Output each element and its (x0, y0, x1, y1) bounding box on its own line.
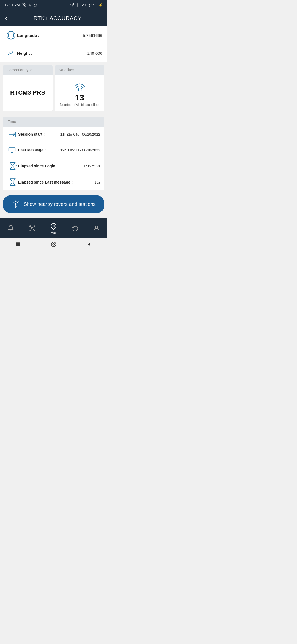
elapsed-last-value: 16s (94, 180, 100, 184)
time-section-header: Time (3, 117, 105, 127)
send-icon (70, 3, 74, 7)
last-message-row: Last Message : 12h50m41s - 06/10/2022 (3, 142, 105, 158)
location-icon: ⊕ (29, 3, 32, 7)
elapsed-last-label-wrap: Elapsed since Last message : (18, 180, 94, 185)
page-title: RTK+ ACCURACY (13, 15, 102, 21)
height-icon (5, 49, 17, 58)
satellite-signal-icon (73, 79, 87, 91)
app-header: ‹ RTK+ ACCURACY (0, 10, 107, 26)
status-bar-right: 91 ⚡ (70, 3, 103, 7)
svg-point-20 (15, 204, 16, 205)
nav-item-profile[interactable] (86, 225, 107, 232)
svg-point-35 (95, 226, 98, 228)
charging-icon: ⚡ (98, 3, 103, 7)
session-start-value: 11h31m04s - 06/10/2022 (60, 132, 100, 137)
svg-rect-11 (78, 89, 81, 91)
last-message-value: 12h50m41s - 06/10/2022 (60, 148, 100, 152)
satellite-label: Number of visible satellites (60, 103, 99, 107)
satellites-header: Satellites (55, 65, 105, 75)
correction-type-header: Correction type (3, 65, 53, 75)
wifi-icon (87, 3, 92, 7)
sys-stop-button[interactable] (14, 241, 22, 248)
top-info-section: Longitude : 5.7561666 Height : 249.006 (0, 26, 107, 62)
nav-item-notifications[interactable] (0, 225, 21, 232)
session-start-icon (7, 130, 18, 138)
status-time: 12:51 PM (4, 3, 20, 7)
correction-type-body: RTCM3 PRS (3, 75, 53, 111)
nav-item-topology[interactable] (21, 225, 43, 232)
elapsed-last-row: Elapsed since Last message : 16s (3, 174, 105, 190)
nav-item-history[interactable] (64, 225, 86, 232)
satellites-body: 13 Number of visible satellites (55, 75, 105, 111)
elapsed-login-value: 1h19m53s (83, 164, 100, 168)
elapsed-login-row: Elapsed since Login : 1h19m53s (3, 158, 105, 174)
correction-type-card: Correction type RTCM3 PRS (3, 65, 53, 111)
elapsed-login-label: Elapsed since Login : (18, 164, 83, 168)
bluetooth-icon (76, 3, 79, 7)
elapsed-login-icon (7, 162, 18, 170)
svg-point-7 (89, 6, 90, 6)
tower-icon (12, 200, 20, 208)
show-rovers-button[interactable]: Show nearby rovers and stations (3, 195, 105, 213)
sys-home-button[interactable] (50, 241, 57, 248)
battery-check-icon (81, 3, 86, 7)
session-start-row: Session start : 11h31m04s - 06/10/2022 (3, 127, 105, 142)
satellite-count: 13 (75, 94, 84, 102)
back-button[interactable]: ‹ (5, 14, 7, 22)
svg-marker-39 (88, 243, 90, 246)
correction-type-value: RTCM3 PRS (10, 89, 45, 96)
show-rovers-label: Show nearby rovers and stations (24, 201, 96, 207)
svg-rect-14 (9, 147, 15, 152)
circle-icon: ◎ (34, 3, 37, 7)
last-message-label: Last Message : (18, 148, 60, 152)
svg-rect-25 (31, 227, 33, 229)
longitude-icon (5, 31, 17, 40)
height-row: Height : 249.006 (0, 44, 107, 62)
elapsed-last-icon (7, 178, 18, 186)
sys-back-button[interactable] (86, 241, 93, 248)
status-bar-left: 12:51 PM ⊕ ◎ (4, 3, 37, 7)
status-bar: 12:51 PM ⊕ ◎ (0, 0, 107, 10)
mute-icon (22, 3, 26, 7)
height-label: Height : (17, 51, 87, 56)
svg-point-37 (51, 242, 56, 247)
longitude-label: Longitude : (17, 33, 83, 38)
session-start-label: Session start : (18, 132, 60, 137)
time-section: Time Session start : 11h31m04s - 06/10/2… (3, 117, 105, 190)
time-section-wrap: Time Session start : 11h31m04s - 06/10/2… (0, 114, 107, 190)
svg-rect-36 (16, 242, 20, 246)
button-section: Show nearby rovers and stations (0, 190, 107, 218)
nav-map-label: Map (51, 231, 56, 234)
last-message-icon (7, 146, 18, 154)
bottom-nav: Map (0, 218, 107, 238)
satellites-card: Satellites 13 Number of visible satellit… (55, 65, 105, 111)
two-col-section: Correction type RTCM3 PRS Satellites 13 … (0, 62, 107, 114)
longitude-value: 5.7561666 (83, 33, 102, 38)
height-value: 249.006 (87, 51, 102, 56)
svg-point-34 (53, 225, 54, 227)
system-nav-bar (0, 238, 107, 251)
battery-level: 91 (94, 3, 97, 7)
svg-point-38 (53, 243, 54, 245)
elapsed-last-label: Elapsed since Last message : (18, 180, 94, 185)
longitude-row: Longitude : 5.7561666 (0, 26, 107, 44)
nav-item-map[interactable]: Map (43, 223, 64, 234)
